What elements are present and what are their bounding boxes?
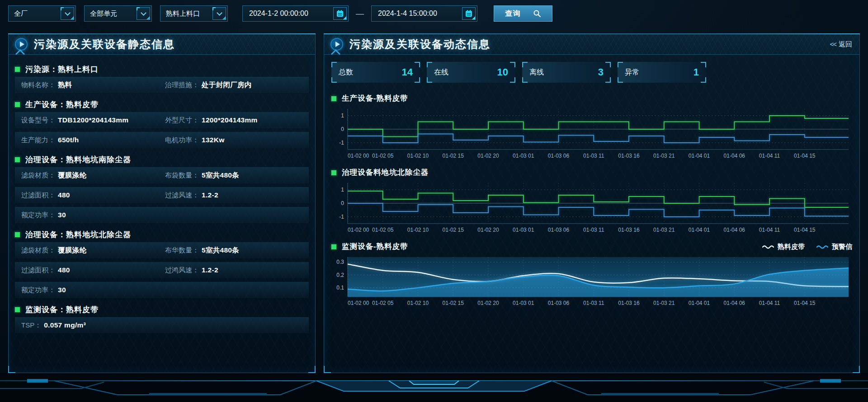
monitor-device-chart: 0.30.20.101-02 0001-02 0501-02 1001-02 1… xyxy=(331,254,851,309)
stat-value: 3 xyxy=(598,66,604,78)
info-cell: 过滤面积：480 xyxy=(21,266,165,275)
svg-text:01-02 20: 01-02 20 xyxy=(477,153,499,159)
treatment-device-chart: 10-101-02 0001-02 0501-02 1001-02 1501-0… xyxy=(331,180,851,235)
field-label: 物料名称： xyxy=(21,81,55,89)
section-heading: 污染源：熟料上料口 xyxy=(15,61,309,77)
stat-card-离线: 离线3 xyxy=(522,62,611,83)
query-button-label: 查询 xyxy=(505,9,521,19)
play-badge-icon xyxy=(15,38,28,51)
info-row: 额定功率：30 xyxy=(15,207,309,223)
unit-select[interactable]: 全部单元 xyxy=(84,5,152,22)
svg-text:01-02 00: 01-02 00 xyxy=(348,300,369,306)
svg-text:01-03 21: 01-03 21 xyxy=(653,227,675,233)
chart-monitor-device: 监测设备-熟料皮带 熟料皮带 预警信 xyxy=(331,240,852,309)
chevron-down-icon[interactable] xyxy=(212,7,226,20)
svg-text:01-03 16: 01-03 16 xyxy=(618,153,640,159)
svg-text:01-03 21: 01-03 21 xyxy=(653,300,675,306)
stat-label: 总数 xyxy=(339,68,353,77)
field-value: TDB1200*204143mm xyxy=(58,116,128,124)
plant-select[interactable]: 全厂 xyxy=(8,5,76,22)
field-value: 5室共480条 xyxy=(202,246,239,255)
svg-text:01-02 15: 01-02 15 xyxy=(443,300,464,306)
svg-text:01-02 05: 01-02 05 xyxy=(372,227,394,233)
date-range-separator: — xyxy=(356,9,364,19)
svg-text:01-03 11: 01-03 11 xyxy=(583,300,604,306)
legend-item-warning[interactable]: 预警信 xyxy=(816,243,852,251)
stat-value: 14 xyxy=(402,66,413,78)
field-label: 过滤面积： xyxy=(21,266,55,275)
section-heading-label: 污染源：熟料上料口 xyxy=(25,64,99,75)
info-row: 生产能力：650t/h电机功率：132Kw xyxy=(15,132,309,148)
field-label: 滤袋材质： xyxy=(21,171,55,180)
dynamic-info-panel: 污染源及关联设备动态信息 <<返回 总数14在线10离线3异常1 生产设备-熟料… xyxy=(324,33,860,373)
calendar-icon[interactable] xyxy=(333,7,347,20)
svg-text:01-04 15: 01-04 15 xyxy=(794,300,816,306)
field-label: 电机功率： xyxy=(165,136,199,145)
query-button[interactable]: 查询 xyxy=(494,5,552,22)
green-square-icon xyxy=(15,307,20,312)
field-value: 30 xyxy=(58,211,66,219)
green-square-icon xyxy=(15,102,20,107)
info-row: 过滤面积：480过滤风速：1.2-2 xyxy=(15,187,309,203)
svg-text:01-02 05: 01-02 05 xyxy=(372,300,394,306)
info-row: 物料名称：熟料治理措施：处于封闭厂房内 xyxy=(15,77,309,93)
field-value: 熟料 xyxy=(58,80,72,90)
section-heading: 生产设备：熟料皮带 xyxy=(15,97,309,112)
info-row: 滤袋材质：覆膜涤纶布华数量：5室共480条 xyxy=(15,242,309,258)
svg-text:01-04 06: 01-04 06 xyxy=(724,227,745,233)
field-value: 0.057 mg/m³ xyxy=(44,321,86,329)
dynamic-info-body: 总数14在线10离线3异常1 生产设备-熟料皮带 10-101-02 0001-… xyxy=(324,55,859,309)
field-label: 滤袋材质： xyxy=(21,246,55,255)
field-label: 治理措施： xyxy=(165,81,199,89)
unit-select-value: 全部单元 xyxy=(90,9,117,18)
field-value: 132Kw xyxy=(202,136,225,144)
field-value: 1.2-2 xyxy=(202,191,218,199)
svg-text:01-04 01: 01-04 01 xyxy=(689,300,710,306)
source-select[interactable]: 熟料上料口 xyxy=(160,5,228,22)
search-icon xyxy=(533,9,541,18)
back-chevrons-icon: << xyxy=(830,40,836,48)
field-label: 额定功率： xyxy=(21,211,55,220)
info-cell: 布袋数量：5室共480条 xyxy=(165,171,309,180)
field-value: 650t/h xyxy=(58,136,79,144)
field-value: 480 xyxy=(58,191,70,199)
green-square-icon xyxy=(331,170,336,175)
end-datetime-input[interactable]: 2024-1-4 15:00:00 xyxy=(371,5,477,22)
section-heading: 监测设备：熟料皮带 xyxy=(15,302,309,317)
svg-text:01-04 15: 01-04 15 xyxy=(794,153,816,159)
svg-text:1: 1 xyxy=(341,187,344,193)
stat-value: 10 xyxy=(497,66,508,78)
chevron-down-icon[interactable] xyxy=(137,7,150,20)
svg-text:01-04 06: 01-04 06 xyxy=(724,300,745,306)
svg-text:01-04 06: 01-04 06 xyxy=(724,153,745,159)
info-cell: 滤袋材质：覆膜涤纶 xyxy=(21,171,165,180)
bottom-decoration xyxy=(0,373,868,402)
svg-text:-1: -1 xyxy=(339,140,344,146)
section-heading-label: 监测设备：熟料皮带 xyxy=(25,304,99,315)
back-link[interactable]: <<返回 xyxy=(830,40,852,49)
field-value: 5室共480条 xyxy=(202,171,239,180)
info-cell: 滤袋材质：覆膜涤纶 xyxy=(21,246,165,255)
info-cell: TSP：0.057 mg/m³ xyxy=(21,321,309,330)
svg-text:-1: -1 xyxy=(339,214,344,220)
green-square-icon xyxy=(331,244,336,249)
svg-text:01-03 21: 01-03 21 xyxy=(653,153,675,159)
svg-text:01-03 01: 01-03 01 xyxy=(513,227,534,233)
chart-production-device: 生产设备-熟料皮带 10-101-02 0001-02 0501-02 1001… xyxy=(331,92,852,161)
source-select-value: 熟料上料口 xyxy=(166,9,200,18)
chevron-down-icon[interactable] xyxy=(61,7,74,20)
calendar-icon[interactable] xyxy=(462,7,476,20)
svg-text:01-02 10: 01-02 10 xyxy=(407,300,429,306)
filter-toolbar: 全厂 全部单元 熟料上料口 2024-1-2 00:00:00 — 2024-1… xyxy=(0,0,868,23)
info-cell: 过鸿风速：1.2-2 xyxy=(165,266,309,275)
plant-select-value: 全厂 xyxy=(14,9,28,18)
stat-card-在线: 在线10 xyxy=(427,62,515,83)
start-datetime-value: 2024-1-2 00:00:00 xyxy=(249,9,308,18)
legend-item-material-belt[interactable]: 熟料皮带 xyxy=(762,243,805,251)
field-label: 外型尺寸： xyxy=(165,116,199,125)
svg-text:01-02 05: 01-02 05 xyxy=(372,153,394,159)
start-datetime-input[interactable]: 2024-1-2 00:00:00 xyxy=(242,5,349,22)
chart-treatment-device: 治理设备料地坑北除尘器 10-101-02 0001-02 0501-02 10… xyxy=(331,166,852,235)
svg-text:01-04 11: 01-04 11 xyxy=(759,153,780,159)
stat-label: 离线 xyxy=(529,68,544,77)
